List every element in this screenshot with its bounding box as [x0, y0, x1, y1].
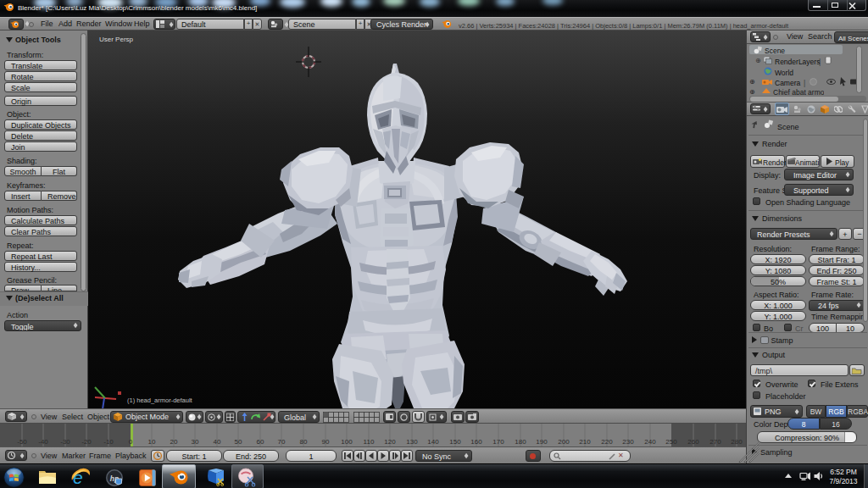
svg-text:100: 100	[341, 438, 353, 446]
svg-text:-30: -30	[60, 438, 70, 446]
svg-text:110: 110	[364, 438, 375, 446]
svg-text:140: 140	[427, 438, 439, 446]
svg-text:230: 230	[622, 438, 634, 446]
svg-text:50: 50	[235, 438, 242, 446]
svg-text:60: 60	[257, 438, 264, 446]
svg-text:0: 0	[129, 438, 133, 446]
svg-text:130: 130	[406, 438, 418, 446]
svg-text:260: 260	[687, 438, 699, 446]
svg-text:160: 160	[470, 438, 482, 446]
svg-text:10: 10	[148, 438, 156, 446]
svg-text:210: 210	[579, 438, 591, 446]
svg-text:70: 70	[278, 438, 286, 446]
svg-text:-20: -20	[81, 438, 92, 446]
svg-text:150: 150	[449, 438, 461, 446]
svg-text:190: 190	[536, 438, 548, 446]
svg-text:120: 120	[384, 438, 396, 446]
svg-text:-40: -40	[38, 438, 48, 446]
svg-text:270: 270	[709, 438, 721, 446]
svg-text:90: 90	[322, 438, 330, 446]
svg-text:240: 240	[644, 438, 656, 446]
svg-text:30: 30	[192, 438, 199, 446]
svg-text:40: 40	[214, 438, 221, 446]
svg-text:180: 180	[515, 438, 526, 446]
svg-text:80: 80	[300, 438, 308, 446]
svg-text:220: 220	[601, 438, 613, 446]
svg-text:-50: -50	[17, 438, 27, 446]
svg-text:200: 200	[558, 438, 570, 446]
svg-text:250: 250	[665, 438, 677, 446]
svg-text:170: 170	[492, 438, 504, 446]
svg-text:20: 20	[170, 438, 178, 446]
svg-text:-10: -10	[103, 438, 114, 446]
